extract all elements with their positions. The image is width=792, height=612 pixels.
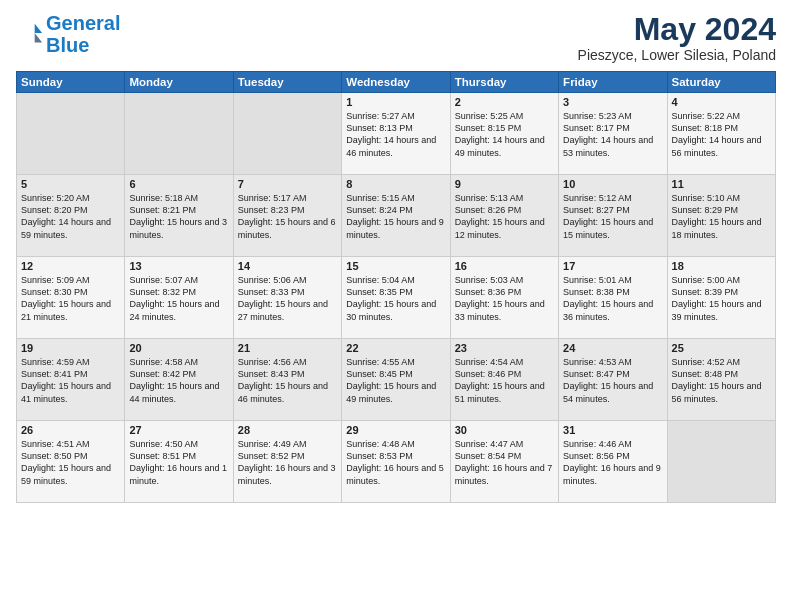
daylight-text: Daylight: 16 hours and 7 minutes.: [455, 463, 553, 485]
table-row: 21 Sunrise: 4:56 AM Sunset: 8:43 PM Dayl…: [233, 339, 341, 421]
sunrise-text: Sunrise: 5:18 AM: [129, 193, 198, 203]
day-number: 28: [238, 424, 337, 436]
sunset-text: Sunset: 8:33 PM: [238, 287, 305, 297]
sunrise-text: Sunrise: 5:10 AM: [672, 193, 741, 203]
sunset-text: Sunset: 8:23 PM: [238, 205, 305, 215]
calendar-week-row: 5 Sunrise: 5:20 AM Sunset: 8:20 PM Dayli…: [17, 175, 776, 257]
day-number: 12: [21, 260, 120, 272]
calendar-week-row: 1 Sunrise: 5:27 AM Sunset: 8:13 PM Dayli…: [17, 93, 776, 175]
sunrise-text: Sunrise: 4:55 AM: [346, 357, 415, 367]
sunset-text: Sunset: 8:39 PM: [672, 287, 739, 297]
day-number: 1: [346, 96, 445, 108]
day-info: Sunrise: 5:03 AM Sunset: 8:36 PM Dayligh…: [455, 274, 554, 323]
header-thursday: Thursday: [450, 72, 558, 93]
sunrise-text: Sunrise: 5:22 AM: [672, 111, 741, 121]
day-number: 14: [238, 260, 337, 272]
table-row: 15 Sunrise: 5:04 AM Sunset: 8:35 PM Dayl…: [342, 257, 450, 339]
day-number: 26: [21, 424, 120, 436]
table-row: 2 Sunrise: 5:25 AM Sunset: 8:15 PM Dayli…: [450, 93, 558, 175]
day-number: 11: [672, 178, 771, 190]
sunrise-text: Sunrise: 4:52 AM: [672, 357, 741, 367]
daylight-text: Daylight: 15 hours and 15 minutes.: [563, 217, 653, 239]
daylight-text: Daylight: 14 hours and 46 minutes.: [346, 135, 436, 157]
sunrise-text: Sunrise: 4:56 AM: [238, 357, 307, 367]
table-row: [17, 93, 125, 175]
sunset-text: Sunset: 8:30 PM: [21, 287, 88, 297]
daylight-text: Daylight: 16 hours and 5 minutes.: [346, 463, 444, 485]
day-info: Sunrise: 4:48 AM Sunset: 8:53 PM Dayligh…: [346, 438, 445, 487]
day-info: Sunrise: 4:51 AM Sunset: 8:50 PM Dayligh…: [21, 438, 120, 487]
day-info: Sunrise: 5:04 AM Sunset: 8:35 PM Dayligh…: [346, 274, 445, 323]
header-monday: Monday: [125, 72, 233, 93]
sunset-text: Sunset: 8:15 PM: [455, 123, 522, 133]
day-number: 15: [346, 260, 445, 272]
day-number: 21: [238, 342, 337, 354]
sunrise-text: Sunrise: 4:58 AM: [129, 357, 198, 367]
sunrise-text: Sunrise: 5:12 AM: [563, 193, 632, 203]
day-number: 16: [455, 260, 554, 272]
daylight-text: Daylight: 15 hours and 12 minutes.: [455, 217, 545, 239]
sunrise-text: Sunrise: 4:54 AM: [455, 357, 524, 367]
day-info: Sunrise: 5:09 AM Sunset: 8:30 PM Dayligh…: [21, 274, 120, 323]
daylight-text: Daylight: 15 hours and 21 minutes.: [21, 299, 111, 321]
sunrise-text: Sunrise: 5:09 AM: [21, 275, 90, 285]
day-info: Sunrise: 4:53 AM Sunset: 8:47 PM Dayligh…: [563, 356, 662, 405]
month-title: May 2024: [578, 12, 776, 47]
day-number: 7: [238, 178, 337, 190]
sunset-text: Sunset: 8:48 PM: [672, 369, 739, 379]
table-row: 24 Sunrise: 4:53 AM Sunset: 8:47 PM Dayl…: [559, 339, 667, 421]
daylight-text: Daylight: 16 hours and 3 minutes.: [238, 463, 336, 485]
sunset-text: Sunset: 8:27 PM: [563, 205, 630, 215]
day-info: Sunrise: 4:49 AM Sunset: 8:52 PM Dayligh…: [238, 438, 337, 487]
daylight-text: Daylight: 15 hours and 44 minutes.: [129, 381, 219, 403]
sunrise-text: Sunrise: 5:07 AM: [129, 275, 198, 285]
sunset-text: Sunset: 8:29 PM: [672, 205, 739, 215]
daylight-text: Daylight: 15 hours and 39 minutes.: [672, 299, 762, 321]
sunset-text: Sunset: 8:36 PM: [455, 287, 522, 297]
sunrise-text: Sunrise: 5:17 AM: [238, 193, 307, 203]
table-row: 29 Sunrise: 4:48 AM Sunset: 8:53 PM Dayl…: [342, 421, 450, 503]
table-row: 20 Sunrise: 4:58 AM Sunset: 8:42 PM Dayl…: [125, 339, 233, 421]
sunset-text: Sunset: 8:45 PM: [346, 369, 413, 379]
daylight-text: Daylight: 14 hours and 59 minutes.: [21, 217, 111, 239]
table-row: 16 Sunrise: 5:03 AM Sunset: 8:36 PM Dayl…: [450, 257, 558, 339]
daylight-text: Daylight: 14 hours and 56 minutes.: [672, 135, 762, 157]
sunrise-text: Sunrise: 4:48 AM: [346, 439, 415, 449]
sunset-text: Sunset: 8:43 PM: [238, 369, 305, 379]
day-info: Sunrise: 5:12 AM Sunset: 8:27 PM Dayligh…: [563, 192, 662, 241]
daylight-text: Daylight: 15 hours and 30 minutes.: [346, 299, 436, 321]
table-row: [125, 93, 233, 175]
sunset-text: Sunset: 8:46 PM: [455, 369, 522, 379]
day-info: Sunrise: 4:56 AM Sunset: 8:43 PM Dayligh…: [238, 356, 337, 405]
sunrise-text: Sunrise: 5:04 AM: [346, 275, 415, 285]
calendar-week-row: 19 Sunrise: 4:59 AM Sunset: 8:41 PM Dayl…: [17, 339, 776, 421]
day-number: 24: [563, 342, 662, 354]
day-number: 13: [129, 260, 228, 272]
table-row: 28 Sunrise: 4:49 AM Sunset: 8:52 PM Dayl…: [233, 421, 341, 503]
header-wednesday: Wednesday: [342, 72, 450, 93]
day-info: Sunrise: 5:20 AM Sunset: 8:20 PM Dayligh…: [21, 192, 120, 241]
day-info: Sunrise: 4:47 AM Sunset: 8:54 PM Dayligh…: [455, 438, 554, 487]
sunrise-text: Sunrise: 5:06 AM: [238, 275, 307, 285]
subtitle: Pieszyce, Lower Silesia, Poland: [578, 47, 776, 63]
day-number: 2: [455, 96, 554, 108]
calendar-week-row: 26 Sunrise: 4:51 AM Sunset: 8:50 PM Dayl…: [17, 421, 776, 503]
daylight-text: Daylight: 15 hours and 24 minutes.: [129, 299, 219, 321]
svg-marker-0: [35, 24, 42, 33]
sunrise-text: Sunrise: 5:13 AM: [455, 193, 524, 203]
sunrise-text: Sunrise: 4:53 AM: [563, 357, 632, 367]
daylight-text: Daylight: 15 hours and 27 minutes.: [238, 299, 328, 321]
day-info: Sunrise: 5:22 AM Sunset: 8:18 PM Dayligh…: [672, 110, 771, 159]
day-info: Sunrise: 5:01 AM Sunset: 8:38 PM Dayligh…: [563, 274, 662, 323]
day-number: 25: [672, 342, 771, 354]
sunset-text: Sunset: 8:56 PM: [563, 451, 630, 461]
sunset-text: Sunset: 8:13 PM: [346, 123, 413, 133]
table-row: 14 Sunrise: 5:06 AM Sunset: 8:33 PM Dayl…: [233, 257, 341, 339]
sunset-text: Sunset: 8:54 PM: [455, 451, 522, 461]
sunrise-text: Sunrise: 5:15 AM: [346, 193, 415, 203]
sunset-text: Sunset: 8:42 PM: [129, 369, 196, 379]
sunrise-text: Sunrise: 5:00 AM: [672, 275, 741, 285]
logo: General Blue: [16, 12, 120, 56]
sunset-text: Sunset: 8:41 PM: [21, 369, 88, 379]
daylight-text: Daylight: 15 hours and 18 minutes.: [672, 217, 762, 239]
